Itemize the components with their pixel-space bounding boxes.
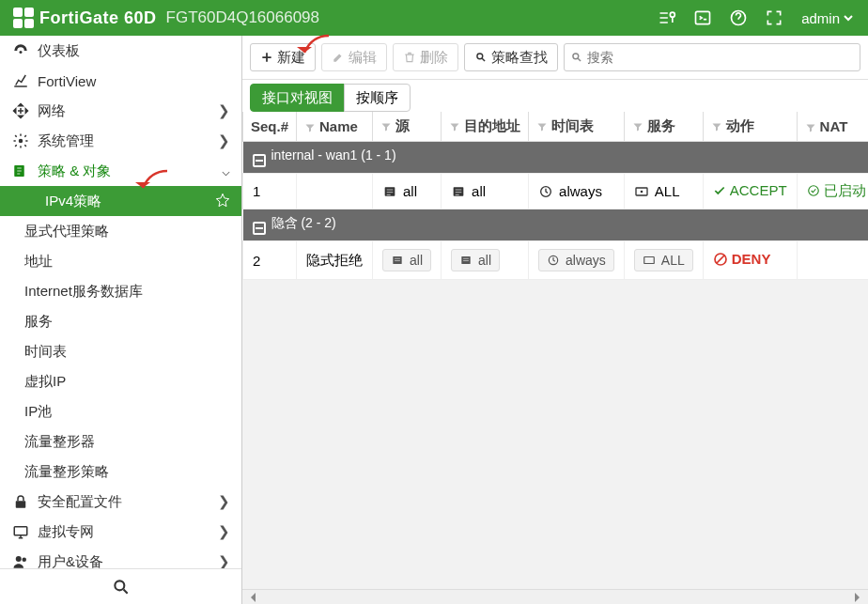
filter-icon[interactable]: [449, 121, 460, 132]
cell-seq: 1: [243, 174, 297, 209]
sidebar-search-button[interactable]: [0, 568, 241, 604]
label: 策略 & 对象: [38, 163, 111, 180]
delete-button[interactable]: 删除: [393, 43, 458, 71]
label: 时间表: [24, 343, 67, 361]
collapse-icon[interactable]: [253, 154, 266, 167]
tab-pair-view[interactable]: 接口对视图: [250, 84, 345, 112]
sidebar-item-system[interactable]: 系统管理 ❯: [0, 126, 241, 156]
group-row[interactable]: 隐含 (2 - 2): [243, 209, 869, 241]
label: 仪表板: [38, 42, 80, 60]
col-seq[interactable]: Seq.#: [243, 112, 297, 142]
horizontal-scrollbar[interactable]: [242, 589, 868, 604]
clock-icon: [547, 254, 560, 267]
label: FortiView: [38, 73, 96, 89]
cell-src: all: [373, 174, 442, 209]
col-name[interactable]: Name: [297, 112, 373, 142]
star-icon[interactable]: [215, 193, 230, 210]
tab-sequence[interactable]: 按顺序: [344, 84, 411, 112]
cell-svc: ALL: [624, 174, 703, 209]
svg-point-10: [115, 581, 124, 590]
address-icon: [451, 184, 466, 199]
wizard-icon[interactable]: [653, 4, 681, 32]
svg-point-12: [573, 54, 579, 59]
col-nat[interactable]: NAT: [797, 112, 868, 142]
sidebar-sub-address[interactable]: 地址: [0, 246, 241, 276]
create-button[interactable]: 新建: [250, 43, 316, 71]
table-row[interactable]: 2 隐式拒绝 all all always ALL DENY: [243, 241, 869, 280]
collapse-icon[interactable]: [253, 222, 266, 235]
col-svc[interactable]: 服务: [624, 112, 703, 142]
policy-search-button[interactable]: 策略查找: [464, 43, 558, 71]
chevron-down-icon: [844, 13, 853, 23]
group-label: 隐含 (2 - 2): [271, 215, 336, 230]
sidebar-sub-ippool[interactable]: IP池: [0, 396, 241, 426]
serial-number: FGT60D4Q16066098: [166, 8, 320, 27]
sidebar-sub-isdb[interactable]: Internet服务数据库: [0, 276, 241, 306]
sidebar-sub-service[interactable]: 服务: [0, 306, 241, 336]
label: 网络: [38, 102, 66, 120]
filter-icon[interactable]: [304, 122, 316, 133]
sidebar-sub-shaper[interactable]: 流量整形器: [0, 426, 241, 457]
label: 策略查找: [491, 49, 548, 67]
sidebar: 仪表板 FortiView 网络 ❯ 系统管理 ❯ 策略 & 对象 ⌵: [0, 36, 242, 604]
sidebar-sub-vip[interactable]: 虚拟IP: [0, 366, 241, 396]
label: IPv4策略: [45, 193, 101, 210]
filter-icon[interactable]: [805, 122, 816, 133]
address-icon: [459, 254, 473, 267]
sidebar-item-fortiview[interactable]: FortiView: [0, 66, 241, 96]
table-header-row: Seq.# Name 源 目的地址 时间表 服务 动作 NAT 安全: [243, 112, 869, 142]
fullscreen-icon[interactable]: [760, 4, 788, 32]
search-input[interactable]: [587, 50, 854, 65]
svg-rect-22: [644, 257, 655, 264]
policy-grid: Seq.# Name 源 目的地址 时间表 服务 动作 NAT 安全 inter…: [242, 112, 868, 589]
label: 显式代理策略: [24, 223, 109, 240]
sidebar-item-users[interactable]: 用户&设备 ❯: [0, 547, 241, 568]
label: 新建: [277, 49, 305, 67]
group-row[interactable]: internal - wan1 (1 - 1): [243, 142, 869, 174]
top-bar: FortiGate 60D FGT60D4Q16066098 admin: [0, 0, 868, 36]
label: 安全配置文件: [38, 493, 122, 511]
plus-icon: [260, 51, 273, 64]
filter-icon[interactable]: [632, 121, 643, 132]
sidebar-sub-schedule[interactable]: 时间表: [0, 336, 241, 366]
cell-dst: all: [442, 174, 529, 209]
col-sched[interactable]: 时间表: [529, 112, 625, 142]
cell-src: all: [373, 241, 442, 280]
cell-name: [297, 174, 373, 209]
chevron-right-icon: ❯: [218, 102, 230, 119]
filter-icon[interactable]: [536, 121, 548, 132]
sidebar-item-policy[interactable]: 策略 & 对象 ⌵: [0, 156, 241, 186]
col-dst[interactable]: 目的地址: [442, 112, 529, 142]
cell-nat: 已启动: [797, 174, 868, 209]
filter-icon[interactable]: [380, 121, 392, 132]
svg-point-11: [477, 54, 483, 59]
search-box[interactable]: [564, 43, 860, 71]
sidebar-item-dashboard[interactable]: 仪表板: [0, 36, 241, 66]
admin-label: admin: [801, 10, 840, 26]
chevron-right-icon: ❯: [218, 132, 230, 149]
svg-point-0: [670, 12, 674, 17]
sidebar-sub-proxy-policy[interactable]: 显式代理策略: [0, 216, 241, 246]
view-tabs: 接口对视图 按顺序: [242, 80, 868, 112]
admin-menu[interactable]: admin: [801, 10, 853, 26]
sidebar-item-security-profile[interactable]: 安全配置文件 ❯: [0, 487, 241, 517]
label: 用户&设备: [38, 553, 103, 569]
gear-icon: [11, 132, 30, 149]
sidebar-item-network[interactable]: 网络 ❯: [0, 96, 241, 126]
help-icon[interactable]: [724, 4, 752, 32]
table-row[interactable]: 1 all all always ALL ACCEPT 已启动: [243, 174, 869, 209]
product-title: FortiGate 60D: [39, 8, 157, 28]
svg-point-17: [641, 191, 643, 194]
sidebar-sub-shaping-policy[interactable]: 流量整形策略: [0, 457, 241, 487]
service-icon: [643, 254, 656, 267]
col-action[interactable]: 动作: [703, 112, 797, 142]
cli-icon[interactable]: [689, 4, 717, 32]
sidebar-sub-ipv4-policy[interactable]: IPv4策略: [0, 186, 241, 216]
sidebar-item-vpn[interactable]: 虚拟专网 ❯: [0, 517, 241, 547]
filter-icon[interactable]: [711, 121, 722, 132]
edit-button[interactable]: 编辑: [321, 43, 387, 71]
chevron-down-icon: ⌵: [222, 163, 230, 179]
col-src[interactable]: 源: [373, 112, 442, 142]
label: 流量整形器: [24, 433, 95, 451]
service-icon: [634, 184, 649, 199]
